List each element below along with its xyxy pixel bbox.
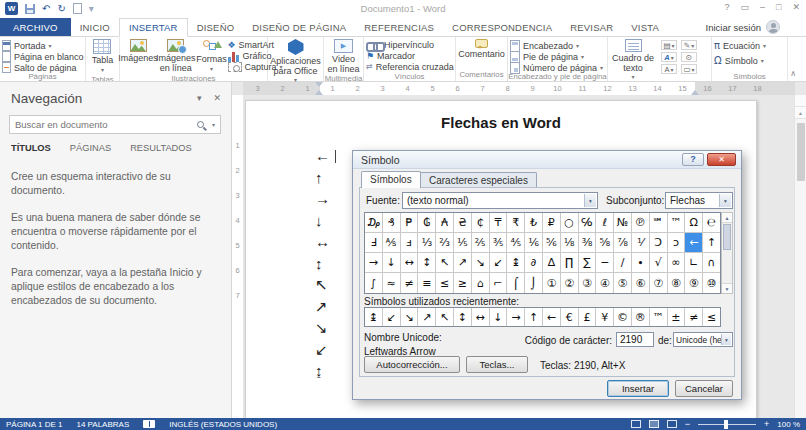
symbol-cell[interactable]: ⅘ [507, 233, 525, 253]
symbol-cell[interactable]: ₴ [454, 213, 472, 233]
recent-symbol-cell[interactable]: ↨ [365, 308, 383, 326]
symbol-cell[interactable]: ∫ [365, 273, 383, 293]
symbol-cell[interactable]: − [596, 253, 614, 273]
dialog-title-bar[interactable]: Símbolo ? ✕ [353, 151, 741, 169]
symbol-cell[interactable]: ₰ [383, 213, 401, 233]
symbol-cell[interactable]: Ⅎ [365, 233, 383, 253]
recent-symbol-cell[interactable]: ↘ [401, 308, 419, 326]
symbol-cell[interactable]: ⅙ [525, 233, 543, 253]
symbol-cell[interactable]: ℠ [650, 213, 668, 233]
symbol-cell[interactable]: ∏ [561, 253, 579, 273]
ribbon-tab[interactable]: REVISAR [561, 18, 622, 36]
symbol-cell[interactable]: ⅟ [632, 233, 650, 253]
indent-marker[interactable] [315, 82, 324, 95]
grid-scroll-down-icon[interactable]: ▼ [722, 283, 732, 293]
drop-cap-button[interactable]: A▾ [661, 64, 677, 74]
recent-symbol-cell[interactable]: ↑ [525, 308, 543, 326]
recent-symbol-cell[interactable]: © [614, 308, 632, 326]
online-video-button[interactable]: ▶Video en línea [326, 39, 361, 74]
symbol-cell[interactable]: ∞ [668, 253, 686, 273]
symbol-cell[interactable]: ④ [596, 273, 614, 293]
recent-symbol-cell[interactable]: ← [543, 308, 561, 326]
comment-button[interactable]: Comentario [458, 39, 505, 60]
symbol-cell[interactable]: ∆ [543, 253, 561, 273]
chevron-down-icon[interactable]: ▾ [721, 334, 731, 345]
new-document-icon[interactable] [73, 3, 82, 14]
grid-scrollbar[interactable]: ▲ ▼ [721, 212, 733, 294]
proofing-icon[interactable] [143, 420, 155, 428]
symbol-cell[interactable]: ⑥ [632, 273, 650, 293]
scrollbar-thumb[interactable] [797, 123, 805, 181]
recent-symbol-cell[interactable]: ↔ [472, 308, 490, 326]
ribbon-tab[interactable]: REFERENCIAS [355, 18, 443, 36]
wordart-button[interactable]: A▾ [661, 52, 677, 62]
cancel-button[interactable]: Cancelar [675, 380, 733, 397]
recent-symbol-cell[interactable]: ¥ [596, 308, 614, 326]
symbol-cell[interactable]: ⌂ [472, 273, 490, 293]
ribbon-tab[interactable]: INICIO [71, 18, 119, 36]
symbol-cell[interactable]: ∕ [614, 253, 632, 273]
symbol-cell[interactable]: ≤ [436, 273, 454, 293]
hyperlink-button[interactable]: Hipervínculo [366, 40, 454, 51]
symbol-cell[interactable]: ℓ [596, 213, 614, 233]
from-combo[interactable]: Unicode (hex) ▾ [673, 332, 733, 347]
grid-scroll-thumb[interactable] [723, 224, 731, 250]
symbol-cell[interactable]: ① [543, 273, 561, 293]
web-layout-icon[interactable] [667, 420, 677, 428]
ribbon-display-icon[interactable]: ▭ [740, 2, 749, 12]
symbol-cell[interactable]: ℮ [703, 213, 720, 233]
word-count[interactable]: 14 PALABRAS [76, 420, 129, 429]
symbol-cell[interactable]: ≡ [418, 273, 436, 293]
symbol-cell[interactable]: ↖ [436, 253, 454, 273]
symbol-cell[interactable]: ↘ [472, 253, 490, 273]
ribbon-tab[interactable]: CORRESPONDENCIA [443, 18, 561, 36]
symbol-cell[interactable]: ₽ [543, 213, 561, 233]
font-combo[interactable]: (texto normal) ▾ [402, 192, 598, 209]
save-icon[interactable] [25, 4, 35, 14]
help-icon[interactable]: ? [724, 2, 729, 12]
symbol-cell[interactable]: ∑ [579, 253, 597, 273]
pictures-button[interactable]: Imágenes [122, 39, 154, 64]
vertical-ruler[interactable]: 1 2 3 4 5 6 7 [232, 95, 244, 418]
shapes-button[interactable]: Formas▾ [198, 39, 226, 74]
symbol-cell[interactable]: ∙ [632, 253, 650, 273]
subset-combo[interactable]: Flechas ▾ [665, 192, 733, 209]
chevron-down-icon[interactable]: ▾ [584, 194, 596, 207]
symbol-cell[interactable]: ↄ [668, 233, 686, 253]
document-search-box[interactable]: ▾ [9, 115, 221, 134]
symbol-cell[interactable]: ← [685, 233, 703, 253]
read-mode-icon[interactable] [631, 420, 641, 428]
zoom-slider-thumb[interactable] [724, 420, 728, 429]
symbol-cell[interactable]: ≠ [401, 273, 419, 293]
symbol-cell[interactable]: ∟ [685, 253, 703, 273]
symbol-cell[interactable]: ≈ [383, 273, 401, 293]
symbol-cell[interactable]: ℅ [579, 213, 597, 233]
symbol-cell[interactable]: ⅔ [436, 233, 454, 253]
zoom-level[interactable]: 100 % [777, 420, 800, 429]
symbol-cell[interactable]: ₵ [472, 213, 490, 233]
recent-symbol-cell[interactable]: ↕ [454, 308, 472, 326]
zoom-slider[interactable] [698, 424, 756, 425]
recent-symbol-cell[interactable]: ↖ [436, 308, 454, 326]
vertical-scrollbar[interactable]: ▲ [794, 95, 806, 418]
dialog-help-icon[interactable]: ? [682, 153, 704, 166]
navigation-tab[interactable]: RESULTADOS [130, 143, 192, 153]
symbol-cell[interactable]: ↙ [490, 253, 508, 273]
symbol-cell[interactable]: ⅝ [596, 233, 614, 253]
symbol-cell[interactable]: ⅜ [579, 233, 597, 253]
collapse-ribbon-icon[interactable]: ∧ [790, 69, 796, 78]
symbol-cell[interactable]: ∂ [525, 253, 543, 273]
recent-symbol-cell[interactable]: → [507, 308, 525, 326]
shortcut-key-button[interactable]: Teclas... [466, 356, 528, 373]
symbol-cell[interactable]: ⅓ [418, 233, 436, 253]
symbol-cell[interactable]: ↓ [383, 253, 401, 273]
recent-symbol-cell[interactable]: € [561, 308, 579, 326]
online-pictures-button[interactable]: Imágenes en línea [156, 39, 196, 73]
cover-page-button[interactable]: Portada▾ [2, 40, 84, 51]
chevron-down-icon[interactable]: ▾ [719, 194, 731, 207]
symbol-cell[interactable]: ⌠ [507, 273, 525, 293]
symbol-cell[interactable]: ₹ [507, 213, 525, 233]
char-code-input[interactable]: 2190 [616, 332, 654, 347]
zoom-out-icon[interactable]: − [685, 420, 690, 428]
language-indicator[interactable]: INGLÉS (ESTADOS UNIDOS) [169, 420, 277, 429]
